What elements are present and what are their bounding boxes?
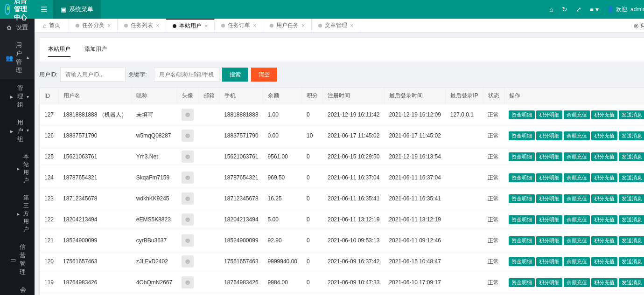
cell-nick: eEMS5K8823 xyxy=(132,209,177,230)
page-ops-button[interactable]: ◎页面操作▾ xyxy=(627,19,644,32)
op-fund-detail[interactable]: 资金明细 xyxy=(509,215,535,224)
keyword-input[interactable] xyxy=(154,68,219,82)
cell-status: 正常 xyxy=(483,251,504,272)
op-balance-topup[interactable]: 余额充值 xyxy=(564,131,590,140)
op-point-topup[interactable]: 积分充值 xyxy=(591,215,617,224)
sys-menu-button[interactable]: ▣系统菜单 xyxy=(53,0,101,19)
op-point-topup[interactable]: 积分充值 xyxy=(591,194,617,203)
op-point-detail[interactable]: 积分明细 xyxy=(536,257,562,266)
toggle-sidebar-button[interactable]: ☰ xyxy=(35,0,53,19)
cell-balance: 969.50 xyxy=(263,167,302,188)
cell-balance: 16.25 xyxy=(263,188,302,209)
welcome-user[interactable]: 👤 欢迎, admin ▾ xyxy=(607,6,644,14)
sidebar-item-member-level[interactable]: ☺会员级别 xyxy=(0,281,35,295)
op-point-detail[interactable]: 积分明细 xyxy=(536,173,562,182)
close-icon[interactable]: × xyxy=(107,22,111,29)
op-send-msg[interactable]: 发送消息 xyxy=(619,257,644,266)
tab-site-users[interactable]: 本站用户× xyxy=(166,19,215,32)
op-point-detail[interactable]: 积分明细 xyxy=(536,152,562,161)
op-point-topup[interactable]: 积分充值 xyxy=(591,173,617,182)
sidebar-item-site-users[interactable]: ▸本站用户 xyxy=(0,148,35,189)
close-icon[interactable]: × xyxy=(156,22,159,29)
op-balance-topup[interactable]: 余额充值 xyxy=(564,152,590,161)
op-fund-detail[interactable]: 资金明细 xyxy=(509,131,535,140)
tab-home[interactable]: ⌂首页 xyxy=(35,19,69,32)
fullscreen-icon[interactable]: ⤢ xyxy=(576,6,581,13)
op-send-msg[interactable]: 发送消息 xyxy=(619,152,644,161)
op-send-msg[interactable]: 发送消息 xyxy=(619,194,644,203)
sidebar-item-msg-mgmt[interactable]: ▭信营管理 xyxy=(0,238,35,281)
op-fund-detail[interactable]: 资金明细 xyxy=(509,110,535,119)
op-point-topup[interactable]: 积分充值 xyxy=(591,257,617,266)
op-point-topup[interactable]: 积分充值 xyxy=(591,131,617,140)
op-point-topup[interactable]: 积分充值 xyxy=(591,278,617,287)
cell-ip xyxy=(446,230,483,251)
kw-label: 关键字: xyxy=(128,71,147,79)
op-send-msg[interactable]: 发送消息 xyxy=(619,236,644,245)
subtab-site-users[interactable]: 本站用户 xyxy=(48,42,70,57)
tab-task-order[interactable]: 任务订单× xyxy=(215,19,263,32)
op-point-detail[interactable]: 积分明细 xyxy=(536,278,562,287)
close-icon[interactable]: × xyxy=(204,23,208,29)
cell-ops: 资金明细积分明细余额充值积分充值发送消息拉黑 xyxy=(504,251,644,272)
op-balance-topup[interactable]: 余额充值 xyxy=(564,173,590,182)
op-fund-detail[interactable]: 资金明细 xyxy=(509,194,535,203)
op-fund-detail[interactable]: 资金明细 xyxy=(509,257,535,266)
op-fund-detail[interactable]: 资金明细 xyxy=(509,152,535,161)
side-menu: ✿设置 👥用户管理 ▾ ▸管理组 ▾ ▸用户组 ▴ ▸本站用户 ▸第三方用户 xyxy=(0,19,35,295)
op-balance-topup[interactable]: 余额充值 xyxy=(564,236,590,245)
cell-username: 18524900099 xyxy=(58,230,132,251)
tab-task-cat[interactable]: 任务分类× xyxy=(69,19,118,32)
op-fund-detail[interactable]: 资金明细 xyxy=(509,278,535,287)
close-icon[interactable]: × xyxy=(253,22,256,29)
op-point-topup[interactable]: 积分充值 xyxy=(591,110,617,119)
op-point-topup[interactable]: 积分充值 xyxy=(591,152,617,161)
table-row: 119187649834264ObQmN2667☻187649834269984… xyxy=(40,272,644,293)
cell-login: 2021-06-10 17:09:17 xyxy=(384,272,445,293)
op-point-detail[interactable]: 积分明细 xyxy=(536,110,562,119)
op-point-detail[interactable]: 积分明细 xyxy=(536,236,562,245)
subtab-panel: 本站用户 添加用户 xyxy=(39,37,644,62)
op-send-msg[interactable]: 发送消息 xyxy=(619,173,644,182)
subtab-add-user[interactable]: 添加用户 xyxy=(84,42,107,57)
cell-mobile: 18787654321 xyxy=(219,167,263,188)
sidebar-item-third-users[interactable]: ▸第三方用户 xyxy=(0,189,35,238)
op-point-topup[interactable]: 积分充值 xyxy=(591,236,617,245)
cell-nick: WnQ4Ja1401 xyxy=(132,293,177,295)
lines-icon[interactable]: ≡ ▾ xyxy=(590,6,599,13)
cell-nick: wdkhKK9245 xyxy=(132,188,177,209)
dot-icon xyxy=(173,24,176,28)
clear-button[interactable]: 清空 xyxy=(251,68,277,82)
tab-user-task[interactable]: 用户任务× xyxy=(263,19,312,32)
sidebar-item-user-group[interactable]: ▸用户组 ▴ xyxy=(0,114,35,148)
op-send-msg[interactable]: 发送消息 xyxy=(619,215,644,224)
sidebar-item-settings[interactable]: ✿设置 xyxy=(0,19,35,36)
close-icon[interactable]: × xyxy=(301,22,305,29)
op-point-detail[interactable]: 积分明细 xyxy=(536,215,562,224)
op-send-msg[interactable]: 发送消息 xyxy=(619,131,644,140)
op-balance-topup[interactable]: 余额充值 xyxy=(564,278,590,287)
op-balance-topup[interactable]: 余额充值 xyxy=(564,215,590,224)
op-fund-detail[interactable]: 资金明细 xyxy=(509,236,535,245)
op-send-msg[interactable]: 发送消息 xyxy=(619,278,644,287)
tab-task-list[interactable]: 任务列表× xyxy=(118,19,166,32)
logo[interactable]: 后台管理中心 xyxy=(0,0,35,19)
op-balance-topup[interactable]: 余额充值 xyxy=(564,194,590,203)
sidebar-item-user-mgmt[interactable]: 👥用户管理 ▾ xyxy=(0,36,35,79)
tab-article-mgmt[interactable]: 文章管理× xyxy=(312,19,360,32)
op-send-msg[interactable]: 发送消息 xyxy=(619,110,644,119)
op-balance-topup[interactable]: 余额充值 xyxy=(564,257,590,266)
refresh-icon[interactable]: ↻ xyxy=(562,6,567,13)
close-icon[interactable]: × xyxy=(350,22,353,29)
uid-input[interactable] xyxy=(60,68,126,82)
op-fund-detail[interactable]: 资金明细 xyxy=(509,173,535,182)
op-point-detail[interactable]: 积分明细 xyxy=(536,194,562,203)
cell-status: 正常 xyxy=(483,167,504,188)
op-balance-topup[interactable]: 余额充值 xyxy=(564,110,590,119)
sidebar-item-admin-group[interactable]: ▸管理组 ▾ xyxy=(0,79,35,114)
op-point-detail[interactable]: 积分明细 xyxy=(536,131,562,140)
search-button[interactable]: 搜索 xyxy=(222,68,248,82)
home-icon[interactable]: ⌂ xyxy=(549,6,553,13)
cell-ip xyxy=(446,167,483,188)
cell-email xyxy=(198,230,219,251)
